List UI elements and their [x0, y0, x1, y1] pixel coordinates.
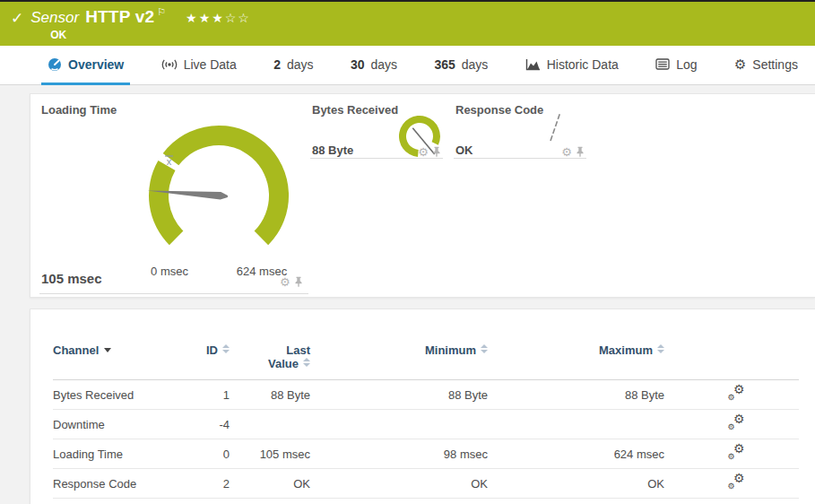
col-actions — [673, 336, 799, 380]
mean-marker-label: x — [167, 156, 172, 167]
channel-gear-icon[interactable]: ⚙ — [280, 276, 290, 288]
sort-icon — [222, 344, 230, 353]
channel-minimum: 98 msec — [319, 439, 497, 469]
pin-icon[interactable] — [432, 146, 441, 158]
channels-table: Channel ID Last Value Minimum Maximum — [53, 336, 799, 499]
bytes-received-value: 88 Byte — [312, 143, 353, 157]
col-channel[interactable]: Channel — [53, 336, 187, 380]
response-code-title: Response Code — [455, 103, 543, 117]
tab-label: Settings — [752, 57, 798, 72]
live-icon — [161, 58, 178, 71]
panel-divider — [310, 158, 443, 159]
gauges-card: Loading Time x 0 msec 624 msec 105 msec … — [30, 93, 815, 298]
channel-last-value: OK — [238, 469, 319, 499]
tab-number: 365 — [434, 57, 455, 72]
table-row: Downtime -4 ⚙⚙ — [53, 410, 799, 439]
sensor-header: ✓ Sensor HTTP v2 ⚐ ★★★☆☆ OK — [0, 0, 815, 46]
col-minimum[interactable]: Minimum — [319, 336, 497, 380]
sensor-tabbar: Overview Live Data 2 days 30 days 365 da… — [0, 46, 815, 85]
col-label: Value — [268, 357, 299, 370]
sort-icon — [481, 344, 488, 353]
col-label: Last — [286, 343, 310, 357]
overview-content: Loading Time x 0 msec 624 msec 105 msec … — [0, 85, 815, 504]
priority-stars[interactable]: ★★★☆☆ — [186, 8, 251, 28]
tab-2-days[interactable]: 2 days — [267, 46, 319, 85]
sort-icon — [657, 344, 664, 353]
tab-label: Overview — [68, 57, 124, 72]
channel-last-value: 88 Byte — [238, 380, 319, 410]
channel-last-value — [238, 410, 319, 439]
flag-icon[interactable]: ⚐ — [157, 2, 166, 22]
sensor-name: HTTP v2 — [85, 7, 154, 27]
channel-name: Downtime — [53, 410, 187, 439]
tab-label: days — [370, 57, 397, 72]
col-last-value[interactable]: Last Value — [238, 336, 319, 380]
loading-time-gauge: x — [138, 115, 299, 276]
pin-icon[interactable] — [294, 276, 303, 288]
gauge-min-label: 0 msec — [134, 265, 205, 278]
tab-label: Live Data — [184, 57, 237, 72]
tab-settings[interactable]: ⚙ Settings — [728, 46, 804, 85]
loading-time-title: Loading Time — [41, 103, 117, 117]
table-row: Response Code 2 OK OK OK ⚙⚙ — [53, 469, 799, 499]
log-icon — [655, 58, 670, 70]
channel-settings-icon[interactable]: ⚙⚙ — [728, 474, 745, 490]
channel-settings-icon[interactable]: ⚙⚙ — [728, 415, 745, 430]
tab-historic-data[interactable]: Historic Data — [519, 46, 625, 85]
status-check-icon: ✓ — [11, 9, 23, 28]
channel-minimum: OK — [319, 469, 497, 499]
channel-maximum: 624 msec — [497, 439, 673, 469]
col-label: Minimum — [425, 343, 476, 357]
tab-30-days[interactable]: 30 days — [344, 46, 403, 85]
channel-gear-icon[interactable]: ⚙ — [418, 146, 429, 158]
response-code-value: OK — [455, 143, 473, 157]
tab-number: 2 — [273, 57, 281, 72]
channels-card: Channel ID Last Value Minimum Maximum — [30, 308, 815, 504]
panel-divider — [454, 158, 586, 159]
col-label: Maximum — [599, 343, 653, 357]
channel-gear-icon[interactable]: ⚙ — [561, 146, 572, 158]
col-id[interactable]: ID — [187, 336, 238, 380]
tab-overview[interactable]: Overview — [41, 46, 130, 85]
col-maximum[interactable]: Maximum — [497, 336, 673, 380]
channel-last-value: 105 msec — [238, 439, 319, 469]
channel-settings-icon[interactable]: ⚙⚙ — [728, 445, 745, 460]
channel-name: Bytes Received — [53, 380, 187, 410]
response-code-panel: Response Code OK ⚙ — [454, 94, 586, 166]
tab-label: days — [462, 57, 489, 72]
channel-name: Response Code — [53, 469, 187, 499]
channel-minimum — [319, 410, 497, 439]
tab-label: Log — [676, 57, 697, 72]
gauge-icon — [48, 57, 62, 72]
channel-maximum: OK — [497, 469, 673, 499]
tab-label: days — [287, 57, 314, 72]
channel-maximum: 88 Byte — [497, 380, 673, 410]
area-chart-icon — [525, 58, 541, 71]
response-code-actions[interactable]: ⚙ — [561, 146, 585, 158]
tab-live-data[interactable]: Live Data — [155, 46, 243, 85]
tab-log[interactable]: Log — [649, 46, 703, 85]
channel-id: -4 — [187, 410, 238, 439]
tab-365-days[interactable]: 365 days — [428, 46, 494, 85]
bytes-received-actions[interactable]: ⚙ — [418, 146, 441, 158]
object-kind-label: Sensor — [30, 8, 79, 28]
sort-icon — [303, 358, 310, 367]
channel-id: 0 — [187, 439, 238, 469]
channel-maximum — [497, 410, 673, 439]
bytes-received-title: Bytes Received — [312, 103, 398, 117]
tab-number: 30 — [351, 57, 365, 72]
sort-desc-icon — [104, 348, 111, 352]
bytes-received-panel: Bytes Received 88 Byte ⚙ — [310, 94, 443, 166]
sensor-status-badge: OK — [50, 29, 251, 41]
channel-id: 2 — [187, 469, 238, 499]
channel-name: Loading Time — [53, 439, 187, 469]
loading-time-actions[interactable]: ⚙ — [280, 276, 303, 288]
col-label: Channel — [53, 343, 99, 357]
channel-settings-icon[interactable]: ⚙⚙ — [728, 386, 745, 401]
pin-icon[interactable] — [576, 146, 585, 158]
table-row: Loading Time 0 105 msec 98 msec 624 msec… — [53, 439, 799, 469]
table-row: Bytes Received 1 88 Byte 88 Byte 88 Byte… — [53, 380, 799, 410]
gear-icon: ⚙ — [734, 57, 746, 71]
channel-id: 1 — [187, 380, 238, 410]
tab-label: Historic Data — [547, 57, 619, 72]
